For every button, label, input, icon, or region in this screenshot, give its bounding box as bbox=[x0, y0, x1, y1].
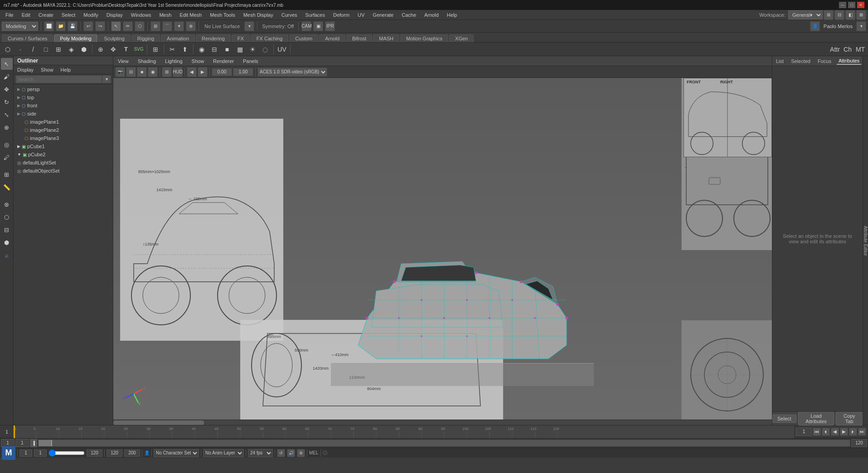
menu-surfaces[interactable]: Surfaces bbox=[302, 11, 329, 19]
tb-redo[interactable]: ↪ bbox=[95, 21, 105, 31]
tree-item-side[interactable]: ▶ ⬡ side bbox=[14, 110, 113, 118]
vp-tb-next[interactable]: ▶ bbox=[198, 67, 208, 77]
menu-mesh[interactable]: Mesh bbox=[155, 11, 175, 19]
tab-arnold[interactable]: Arnold bbox=[319, 34, 345, 42]
tool-snap-together[interactable]: ⊞ bbox=[1, 169, 13, 180]
frame-end-input[interactable] bbox=[851, 439, 867, 447]
tree-item-top[interactable]: ▶ ⬡ top bbox=[14, 93, 113, 101]
tab-fx[interactable]: FX bbox=[232, 34, 250, 42]
status-playback-start[interactable] bbox=[107, 449, 122, 457]
menu-help[interactable]: Help bbox=[443, 11, 461, 19]
vp-tb-wireframe[interactable]: ⊟ bbox=[126, 67, 136, 77]
attr-tab-selected[interactable]: Selected bbox=[789, 58, 812, 64]
icon-smooth-mesh[interactable]: ◉ bbox=[196, 43, 208, 55]
tab-rigging[interactable]: Rigging bbox=[131, 34, 160, 42]
outliner-search-btn[interactable]: ▾ bbox=[102, 75, 111, 83]
time-range-bar[interactable] bbox=[38, 439, 850, 447]
tb-undo[interactable]: ↩ bbox=[83, 21, 93, 31]
icon-xray[interactable]: ◌ bbox=[259, 43, 271, 55]
vp-menu-show[interactable]: Show bbox=[189, 58, 207, 64]
fps-dropdown[interactable]: 24 fps bbox=[248, 449, 273, 457]
play-begin-button[interactable]: ⏮ bbox=[813, 428, 821, 436]
time-range-thumb[interactable] bbox=[39, 440, 52, 446]
vp-tb-value2[interactable] bbox=[233, 68, 253, 76]
menu-generate[interactable]: Generate bbox=[369, 11, 397, 19]
vp-tb-smooth[interactable]: ◉ bbox=[148, 67, 158, 77]
character-set-dropdown[interactable]: No Character Set bbox=[154, 449, 199, 457]
menu-arnold[interactable]: Arnold bbox=[421, 11, 442, 19]
tree-item-imageplane1[interactable]: ⬡ imagePlane1 bbox=[14, 118, 113, 126]
maximize-button[interactable]: □ bbox=[848, 2, 855, 8]
status-frame-current[interactable] bbox=[34, 449, 47, 457]
tab-sculpting[interactable]: Sculpting bbox=[98, 34, 131, 42]
frame-input-start[interactable] bbox=[1, 439, 15, 447]
tab-bifrost[interactable]: Bifrost bbox=[346, 34, 372, 42]
icon-transform[interactable]: ⊕ bbox=[95, 43, 107, 55]
vp-menu-renderer[interactable]: Renderer bbox=[210, 58, 237, 64]
tool-custom3[interactable]: ⬢ bbox=[1, 236, 13, 248]
icon-light-icon[interactable]: ☀ bbox=[247, 43, 258, 55]
tree-item-pcube1[interactable]: ▶ ▣ pCube1 bbox=[14, 142, 113, 150]
workspace-btn-4[interactable]: ⊠ bbox=[856, 10, 866, 20]
modeling-dropdown[interactable]: Modeling bbox=[2, 22, 38, 31]
icon-sel-uvs[interactable]: ⊞ bbox=[53, 43, 64, 55]
tb-paint[interactable]: ✏ bbox=[123, 21, 133, 31]
channel-box-tab[interactable]: Attribute Editor bbox=[863, 56, 868, 425]
menu-create[interactable]: Create bbox=[35, 11, 57, 19]
tree-item-persp[interactable]: ▶ ⬡ persp bbox=[14, 85, 113, 93]
close-button[interactable]: ✕ bbox=[857, 2, 864, 8]
tool-show-manip[interactable]: ⊛ bbox=[1, 198, 13, 210]
attr-select-button[interactable]: Select bbox=[772, 415, 796, 423]
tb-snap-view[interactable]: ⊕ bbox=[186, 21, 196, 31]
viewport-canvas[interactable]: 855mm×1025mm 1415mm ↔ 102mm ↕135mm bbox=[113, 78, 772, 420]
tab-custom[interactable]: Custom bbox=[289, 34, 318, 42]
tab-mash[interactable]: MASH bbox=[373, 34, 399, 42]
vp-tb-heads-up[interactable]: HUD bbox=[173, 67, 183, 77]
icon-move[interactable]: ✥ bbox=[107, 43, 119, 55]
vp-tb-solid[interactable]: ■ bbox=[137, 67, 147, 77]
frame-input-current[interactable] bbox=[15, 439, 29, 447]
menu-edit-mesh[interactable]: Edit Mesh bbox=[176, 11, 205, 19]
tb-open[interactable]: 📁 bbox=[56, 21, 66, 31]
tool-sculpt[interactable]: 🖊 bbox=[1, 151, 13, 163]
vp-menu-view[interactable]: View bbox=[115, 58, 131, 64]
icon-channel-box[interactable]: Ch bbox=[842, 43, 853, 55]
tool-scale[interactable]: ⤡ bbox=[1, 109, 13, 121]
icon-sel-edge[interactable]: / bbox=[27, 43, 39, 55]
menu-cache[interactable]: Cache bbox=[398, 11, 420, 19]
icon-sel-all[interactable]: ⬢ bbox=[78, 43, 90, 55]
menu-mesh-tools[interactable]: Mesh Tools bbox=[206, 11, 238, 19]
tool-measure[interactable]: 📏 bbox=[1, 181, 13, 193]
tree-item-defaultlightset[interactable]: ◎ defaultLightSet bbox=[14, 159, 113, 167]
status-playback-end[interactable] bbox=[124, 449, 140, 457]
tool-custom1[interactable]: ⬡ bbox=[1, 211, 13, 223]
icon-uv-editor[interactable]: UV bbox=[276, 43, 288, 55]
tb-snap-point[interactable]: ✦ bbox=[174, 21, 184, 31]
tb-select[interactable]: ↖ bbox=[111, 21, 121, 31]
tool-universal[interactable]: ⊕ bbox=[1, 121, 13, 133]
vp-tb-grid[interactable]: ⊞ bbox=[162, 67, 172, 77]
attr-tab-focus[interactable]: Focus bbox=[816, 58, 833, 64]
menu-deform[interactable]: Deform bbox=[330, 11, 353, 19]
tb-ipr[interactable]: IPR bbox=[325, 21, 335, 31]
tab-animation[interactable]: Animation bbox=[161, 34, 195, 42]
status-settings-btn[interactable]: ⚙ bbox=[297, 449, 305, 457]
playback-end[interactable] bbox=[796, 428, 812, 436]
play-back-button[interactable]: ◀ bbox=[831, 428, 839, 436]
workspace-btn-3[interactable]: ◧ bbox=[845, 10, 855, 20]
icon-modeling-toolkit[interactable]: MT bbox=[854, 43, 866, 55]
user-icon[interactable]: 👤 bbox=[810, 21, 820, 31]
attr-copy-tab-button[interactable]: Copy Tab bbox=[836, 412, 863, 425]
outliner-help-menu[interactable]: Help bbox=[59, 67, 73, 73]
tb-snap-grid[interactable]: ⊞ bbox=[150, 21, 160, 31]
workspace-dropdown[interactable]: General▾ bbox=[788, 10, 823, 19]
outliner-show-menu[interactable]: Show bbox=[39, 67, 55, 73]
icon-extrude[interactable]: ⬆ bbox=[179, 43, 191, 55]
viewport-hscroll[interactable] bbox=[113, 420, 772, 425]
tab-motion-graphics[interactable]: Motion Graphics bbox=[400, 34, 448, 42]
anim-layer-dropdown[interactable]: No Anim Layer bbox=[203, 449, 244, 457]
attr-tab-list[interactable]: List bbox=[774, 58, 786, 64]
icon-svg[interactable]: SVG bbox=[133, 43, 145, 55]
icon-attr-editor[interactable]: Attr bbox=[829, 43, 841, 55]
workspace-btn-2[interactable]: ⊟ bbox=[834, 10, 844, 20]
